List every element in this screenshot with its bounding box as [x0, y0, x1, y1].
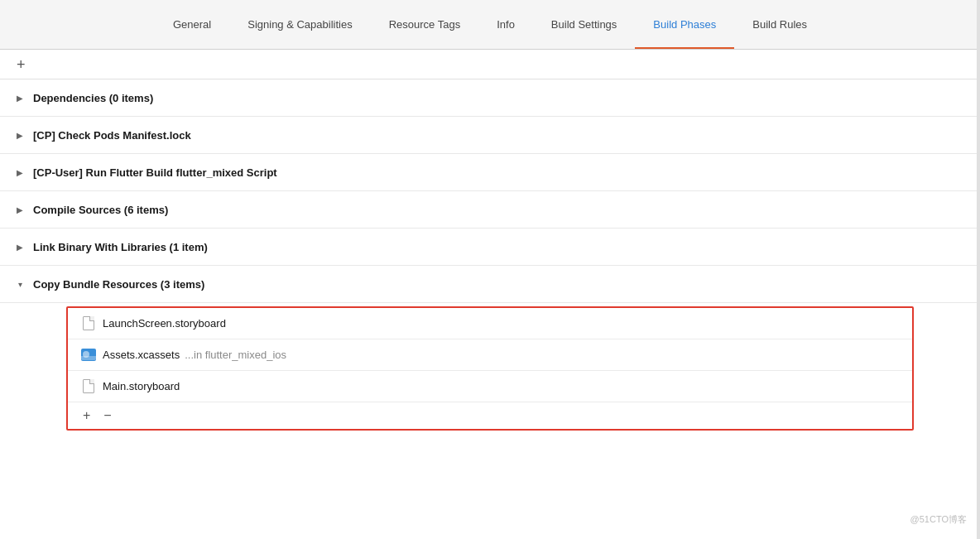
- chevron-icon-copy-bundle: ▾: [13, 277, 26, 291]
- bundle-add-button[interactable]: +: [79, 407, 94, 424]
- add-phase-button[interactable]: +: [13, 57, 29, 72]
- chevron-icon-compile-sources: ▶: [13, 203, 26, 216]
- chevron-icon-run-flutter: ▶: [13, 166, 26, 179]
- chevron-icon-link-binary: ▶: [13, 240, 26, 253]
- tab-bar: GeneralSigning & CapabilitiesResource Ta…: [0, 0, 980, 50]
- bundle-resources-container: LaunchScreen.storyboardAssets.xcassets..…: [66, 306, 914, 431]
- doc-icon-main: [81, 379, 96, 394]
- phase-row-dependencies[interactable]: ▶Dependencies (0 items): [0, 79, 980, 117]
- watermark: @51CTO博客: [910, 513, 967, 526]
- bundle-remove-button[interactable]: −: [100, 407, 114, 424]
- assets-icon-assets: [81, 348, 96, 363]
- bundle-item-name-assets: Assets.xcassets: [103, 349, 180, 361]
- phase-title-check-pods: [CP] Check Pods Manifest.lock: [33, 129, 191, 142]
- phase-title-compile-sources: Compile Sources (6 items): [33, 204, 168, 216]
- phase-title-copy-bundle: Copy Bundle Resources (3 items): [33, 278, 204, 291]
- content-area: ▶Dependencies (0 items)▶[CP] Check Pods …: [0, 79, 980, 539]
- bundle-item-main[interactable]: Main.storyboard: [68, 371, 912, 402]
- phase-row-check-pods[interactable]: ▶[CP] Check Pods Manifest.lock: [0, 117, 980, 154]
- tab-build-phases[interactable]: Build Phases: [635, 0, 734, 49]
- bundle-item-assets[interactable]: Assets.xcassets...in flutter_mixed_ios: [68, 339, 912, 371]
- bundle-actions-row: +−: [68, 402, 912, 429]
- phase-row-compile-sources[interactable]: ▶Compile Sources (6 items): [0, 191, 980, 229]
- phase-row-link-binary[interactable]: ▶Link Binary With Libraries (1 item): [0, 229, 980, 266]
- right-border: [977, 0, 980, 539]
- phase-row-copy-bundle[interactable]: ▾Copy Bundle Resources (3 items): [0, 266, 980, 303]
- bundle-item-name-launchscreen: LaunchScreen.storyboard: [103, 317, 226, 330]
- tab-signing[interactable]: Signing & Capabilities: [229, 0, 370, 49]
- phase-row-run-flutter[interactable]: ▶[CP-User] Run Flutter Build flutter_mix…: [0, 154, 980, 191]
- tab-build-rules[interactable]: Build Rules: [734, 0, 825, 49]
- toolbar: +: [0, 50, 980, 79]
- bundle-item-name-main: Main.storyboard: [103, 380, 180, 392]
- doc-icon-launchscreen: [81, 316, 96, 331]
- tab-info[interactable]: Info: [478, 0, 533, 49]
- bundle-item-launchscreen[interactable]: LaunchScreen.storyboard: [68, 308, 912, 339]
- chevron-icon-dependencies: ▶: [13, 91, 26, 104]
- phase-title-run-flutter: [CP-User] Run Flutter Build flutter_mixe…: [33, 166, 277, 179]
- tab-resource-tags[interactable]: Resource Tags: [371, 0, 478, 49]
- phase-title-dependencies: Dependencies (0 items): [33, 92, 153, 104]
- tab-general[interactable]: General: [155, 0, 229, 49]
- chevron-icon-check-pods: ▶: [13, 128, 26, 142]
- phase-title-link-binary: Link Binary With Libraries (1 item): [33, 241, 208, 253]
- tab-build-settings[interactable]: Build Settings: [533, 0, 636, 49]
- bundle-item-sub-assets: ...in flutter_mixed_ios: [185, 349, 286, 361]
